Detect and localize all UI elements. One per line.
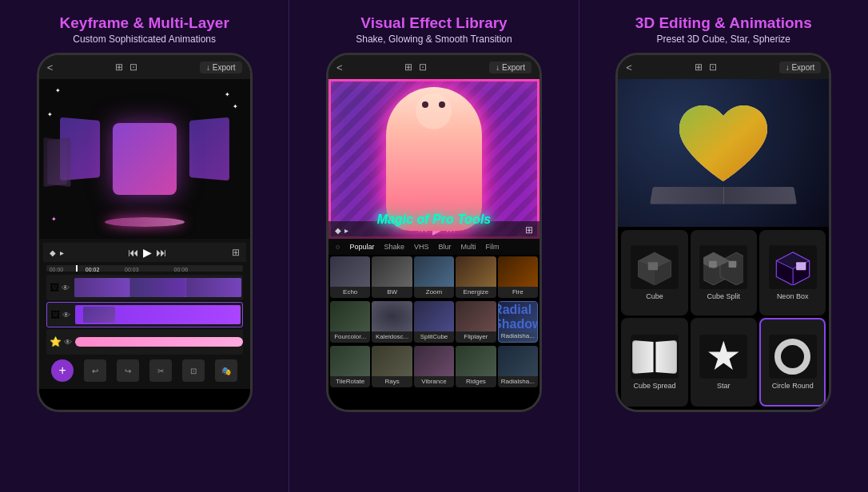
- editing-preview: [618, 79, 829, 227]
- crop-icon-3[interactable]: ⊡: [709, 62, 717, 73]
- tab-check[interactable]: ○: [332, 241, 344, 252]
- effect-3d-circle-round[interactable]: Circle Round: [759, 318, 826, 407]
- timeline-cursor: [76, 265, 78, 272]
- export-btn-1[interactable]: ↓ Export: [200, 62, 242, 73]
- effect-radialsha2[interactable]: Radialsha...: [498, 346, 538, 387]
- effect-fire[interactable]: Fire: [498, 256, 538, 298]
- zoom-preview: [414, 256, 454, 287]
- effect-echo[interactable]: Echo: [330, 256, 370, 298]
- timeline-bottom: + ↩ ↪ ✂ ⊡ 🎭: [43, 356, 246, 385]
- effect-radialshadow[interactable]: RadialShadow Radialsha...: [498, 301, 538, 343]
- effect-kaleidoscope[interactable]: Kaleidosc...: [372, 301, 412, 343]
- timeline-controls: ◆ ▸ ⏮ ▶ ⏭ ⊞: [43, 243, 246, 262]
- phone-1-topbar: < ⊞ ⊡ ↓ Export: [39, 55, 250, 79]
- person-eye-right: [439, 101, 445, 108]
- arrow2[interactable]: ▸: [344, 226, 348, 235]
- play-icon[interactable]: ▶: [143, 246, 152, 259]
- phone-2-content: Magic of Pro Tools ◆ ▸ ⏮ ▶ ⏭: [328, 79, 540, 410]
- tab-popular[interactable]: Popular: [345, 241, 378, 252]
- tab-blur[interactable]: Blur: [435, 241, 456, 252]
- add-btn[interactable]: +: [51, 359, 74, 382]
- keyframe-preview: ✦ ✦ ✦ ✦ ✦: [39, 79, 250, 239]
- effect-3d-cube[interactable]: Cube: [621, 230, 687, 315]
- effect-btn[interactable]: 🎭: [215, 359, 237, 382]
- effect-tabs: ○ Popular Shake VHS Blur Multi Film: [328, 239, 540, 255]
- track-2-layer: [75, 305, 241, 324]
- tab-vhs[interactable]: VHS: [410, 241, 433, 252]
- fullscreen-2[interactable]: ⊞: [525, 224, 533, 236]
- fliplayer-label: Fliplayer: [464, 333, 488, 340]
- export-btn-3[interactable]: ↓ Export: [779, 62, 822, 73]
- main-container: Keyframe & Multi-Layer Custom Sophistica…: [0, 0, 868, 492]
- effect-vibrance[interactable]: Vibrance: [414, 346, 454, 387]
- layer-icon-1[interactable]: ⊞: [115, 62, 123, 73]
- effect-energize[interactable]: Energize: [456, 256, 496, 298]
- star-label: Star: [717, 382, 731, 390]
- splitcube-preview: [414, 301, 454, 331]
- export-btn-2[interactable]: ↓ Export: [489, 62, 532, 73]
- fourcolor-label: Fourcolor...: [334, 333, 366, 340]
- effect-zoom[interactable]: Zoom: [414, 256, 454, 298]
- cube-preview: [631, 245, 679, 289]
- phone-2-topbar: < ⊞ ⊡ ↓ Export: [328, 55, 540, 79]
- prev-icon[interactable]: ⏮: [128, 246, 139, 259]
- eye-icon-3[interactable]: 👁: [64, 338, 72, 347]
- effect-3d-star[interactable]: Star: [691, 318, 757, 407]
- diamond-icon[interactable]: ◆: [50, 248, 56, 257]
- redo-btn[interactable]: ↪: [117, 359, 139, 382]
- back-btn-2[interactable]: <: [336, 62, 343, 73]
- crop-icon-1[interactable]: ⊡: [129, 62, 137, 73]
- effect-preview: Magic of Pro Tools ◆ ▸ ⏮ ▶ ⏭: [328, 79, 540, 239]
- effect-3d-cube-spread[interactable]: Cube Spread: [621, 318, 687, 407]
- tab-film[interactable]: Film: [482, 241, 504, 252]
- neon-box-preview: [769, 245, 817, 289]
- layer-btn[interactable]: ⊡: [182, 359, 205, 382]
- circle-round-label: Circle Round: [772, 382, 814, 390]
- bw-preview: [372, 256, 412, 287]
- back-btn-3[interactable]: <: [626, 62, 632, 73]
- back-btn-1[interactable]: <: [47, 62, 54, 73]
- crop-icon-2[interactable]: ⊡: [419, 62, 427, 73]
- svg-rect-5: [648, 262, 658, 270]
- kaleidoscope-label: Kaleidosc...: [376, 333, 408, 340]
- effect-fourcolor[interactable]: Fourcolor...: [330, 301, 370, 343]
- cut-btn[interactable]: ✂: [149, 359, 172, 382]
- far-right-frame: [47, 137, 70, 187]
- fire-label: Fire: [512, 288, 524, 296]
- arrow-icon[interactable]: ▸: [60, 248, 64, 257]
- effect-3d-neon-box[interactable]: Neon Box: [759, 230, 826, 315]
- next-icon[interactable]: ⏭: [156, 246, 167, 259]
- spread-left: [633, 340, 654, 374]
- eye-icon-2[interactable]: 👁: [62, 311, 70, 319]
- energize-preview: [456, 256, 496, 287]
- side-right-frame: [189, 117, 229, 181]
- tab-multi[interactable]: Multi: [457, 241, 480, 252]
- track-1-layer: [74, 278, 241, 297]
- cube-split-label: Cube Split: [707, 292, 741, 300]
- effect-bw[interactable]: BW: [372, 256, 412, 298]
- eye-icon-1[interactable]: 👁: [62, 284, 70, 292]
- effect-ridges[interactable]: Ridges: [456, 346, 496, 387]
- radialsha2-preview: [498, 346, 538, 376]
- heart-svg: [671, 101, 775, 193]
- radialsha2-label: Radialsha...: [501, 378, 535, 385]
- cube-spread-preview: [631, 335, 679, 379]
- effect-splitcube[interactable]: SplitCube: [414, 301, 454, 343]
- radialshadow-preview: RadialShadow: [499, 302, 537, 332]
- panel-3d: 3D Editing & Animations Preset 3D Cube, …: [579, 0, 868, 492]
- effect-fliplayer[interactable]: Fliplayer: [456, 301, 496, 343]
- panel-keyframe: Keyframe & Multi-Layer Custom Sophistica…: [0, 0, 289, 492]
- radialshadow-label: Radialsha...: [501, 332, 535, 339]
- diamond2[interactable]: ◆: [335, 226, 341, 235]
- topbar-icons-1: ⊞ ⊡: [115, 62, 137, 73]
- fullscreen-icon[interactable]: ⊞: [232, 247, 240, 258]
- layer-icon-3[interactable]: ⊞: [695, 62, 703, 73]
- tab-shake[interactable]: Shake: [380, 241, 408, 252]
- effect-rays[interactable]: Rays: [372, 346, 412, 387]
- effect-grid-row2: Fourcolor... Kaleidosc... SplitCube Flip…: [328, 300, 540, 344]
- effect-tilerotate[interactable]: TileRotate: [330, 346, 370, 387]
- effect-3d-cube-split[interactable]: Cube Split: [691, 230, 757, 315]
- layer-icon-2[interactable]: ⊞: [404, 62, 412, 73]
- undo-btn[interactable]: ↩: [84, 359, 106, 382]
- effect-person: [386, 87, 482, 231]
